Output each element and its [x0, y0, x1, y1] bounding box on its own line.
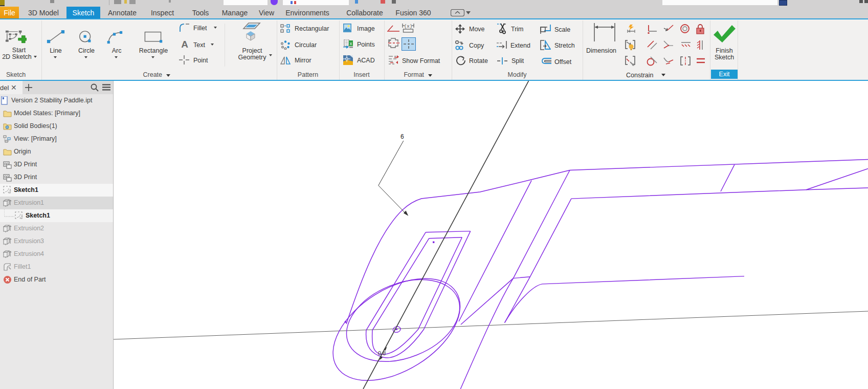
svg-text:(x): (x): [404, 24, 412, 29]
svg-text:x: x: [350, 41, 352, 46]
svg-text:6: 6: [400, 133, 404, 140]
svg-text:0.8: 0.8: [378, 350, 386, 356]
svg-text:A: A: [181, 40, 188, 49]
